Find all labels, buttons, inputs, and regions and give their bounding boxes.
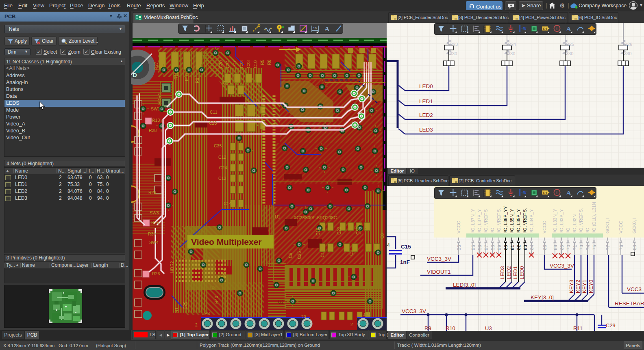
svg-text:R23: R23 xyxy=(450,42,458,47)
svg-text:LED2: LED2 xyxy=(419,112,433,118)
svg-text:LED0: LED0 xyxy=(519,266,525,279)
svg-text:4: 4 xyxy=(387,242,390,248)
svg-text:R24: R24 xyxy=(508,42,516,47)
svg-text:I/O, VREF 5,: I/O, VREF 5, xyxy=(579,208,583,233)
svg-text:I/O: I/O xyxy=(490,227,495,233)
svg-text:i: i xyxy=(556,190,557,195)
svg-text:C7: C7 xyxy=(232,60,237,66)
svg-text:I/O, L33P_Y: I/O, L33P_Y xyxy=(559,209,564,233)
svg-text:LED3: LED3 xyxy=(499,266,505,279)
svg-text:A: A xyxy=(324,25,330,33)
svg-text:R26: R26 xyxy=(152,271,160,276)
svg-text:R8: R8 xyxy=(267,59,272,65)
svg-text:KEY0: KEY0 xyxy=(588,280,594,293)
svg-text:C23: C23 xyxy=(246,60,251,68)
svg-text:330: 330 xyxy=(566,51,573,56)
svg-text:LED3: LED3 xyxy=(419,127,433,133)
svg-text:LED2: LED2 xyxy=(506,266,512,279)
svg-text:R9: R9 xyxy=(424,325,431,331)
svg-text:C1: C1 xyxy=(320,252,325,257)
svg-text:R26: R26 xyxy=(624,42,632,47)
svg-text:VCC3: VCC3 xyxy=(627,286,642,292)
svg-text:JP4: JP4 xyxy=(363,312,370,317)
svg-text:U1: U1 xyxy=(275,214,281,219)
svg-text:R39: R39 xyxy=(222,269,227,277)
svg-text:C29: C29 xyxy=(606,322,616,328)
svg-text:R29: R29 xyxy=(148,190,156,195)
svg-text:KEY3: KEY3 xyxy=(568,280,574,293)
svg-text:GCK1, I: GCK1, I xyxy=(605,218,610,233)
svg-text:C19: C19 xyxy=(223,80,231,85)
svg-text:A: A xyxy=(566,25,571,33)
svg-text:KEY[3..0]: KEY[3..0] xyxy=(531,294,554,300)
svg-text:C36: C36 xyxy=(355,227,360,235)
svg-text:I/O, L37P_Y: I/O, L37P_Y xyxy=(477,209,482,233)
svg-text:U3: U3 xyxy=(485,325,492,331)
svg-text:Video Multiplexer: Video Multiplexer xyxy=(191,237,262,246)
svg-text:R1: R1 xyxy=(174,307,179,313)
svg-text:HDR2: HDR2 xyxy=(170,261,174,273)
svg-text:RESETBAR: RESETBAR xyxy=(615,300,644,307)
svg-text:C33: C33 xyxy=(239,60,244,68)
svg-text:VCC3_3V: VCC3_3V xyxy=(550,263,574,269)
svg-text:C11: C11 xyxy=(210,110,218,115)
svg-text:-III: -III xyxy=(522,190,527,194)
svg-text:R40: R40 xyxy=(214,296,219,304)
svg-text:i: i xyxy=(556,26,557,31)
svg-text:C6: C6 xyxy=(288,253,293,258)
svg-text:VCCO: VCCO xyxy=(542,220,547,233)
svg-text:2: 2 xyxy=(195,322,198,327)
svg-text:I/O, L36P_YY: I/O, L36P_YY xyxy=(503,206,508,233)
svg-text:C22: C22 xyxy=(337,227,342,235)
svg-text:I/O, L34P_Y: I/O, L34P_Y xyxy=(529,209,534,233)
svg-text:LED1: LED1 xyxy=(512,266,518,279)
svg-text:A: A xyxy=(566,189,571,197)
svg-text:HDR4: HDR4 xyxy=(157,93,162,105)
svg-text:I/O: I/O xyxy=(585,227,590,233)
svg-text:C14: C14 xyxy=(224,201,231,206)
svg-text:VCC3_3V: VCC3_3V xyxy=(427,256,451,262)
svg-text:R11: R11 xyxy=(573,325,583,331)
svg-text:C28: C28 xyxy=(209,121,217,125)
svg-text:KEY1: KEY1 xyxy=(581,280,587,293)
svg-text:I/O, VREF 5,: I/O, VREF 5, xyxy=(496,208,501,233)
svg-text:R10: R10 xyxy=(446,325,455,331)
svg-text:R25: R25 xyxy=(151,220,159,225)
svg-text:VCCO: VCCO xyxy=(618,220,623,233)
svg-text:R10: R10 xyxy=(184,73,189,81)
svg-text:R28: R28 xyxy=(149,128,157,133)
svg-text:C24: C24 xyxy=(219,165,227,170)
svg-text:C10: C10 xyxy=(253,60,258,68)
svg-text:D: D xyxy=(133,71,137,78)
svg-text:I/O, L35P_Y: I/O, L35P_Y xyxy=(516,209,521,233)
svg-text:I/O (DLL), L31N: I/O (DLL), L31N xyxy=(592,202,596,233)
svg-text:20: 20 xyxy=(301,314,306,319)
svg-text:SW3: SW3 xyxy=(150,210,159,215)
svg-text:C18: C18 xyxy=(315,228,320,235)
svg-text:C35: C35 xyxy=(214,143,222,148)
svg-text:I/O: I/O xyxy=(566,227,570,233)
svg-text:R5: R5 xyxy=(260,59,265,65)
svg-text:C15: C15 xyxy=(401,244,411,250)
svg-text:I/O, L33N_Y: I/O, L33N_Y xyxy=(553,209,557,233)
svg-text:C8: C8 xyxy=(380,233,385,239)
svg-text:-III: -III xyxy=(522,26,527,30)
svg-text:I/O, L35N_Y: I/O, L35N_Y xyxy=(509,209,514,233)
svg-text:R9: R9 xyxy=(195,78,200,83)
svg-text:LED0: LED0 xyxy=(419,83,433,89)
svg-text:C29: C29 xyxy=(183,302,187,309)
svg-text:C13: C13 xyxy=(218,176,226,181)
svg-text:I/O, L32N: I/O, L32N xyxy=(572,214,577,233)
svg-text:R25: R25 xyxy=(566,42,574,47)
svg-text:LED1: LED1 xyxy=(419,98,433,104)
svg-text:LED[3..0]: LED[3..0] xyxy=(453,282,476,288)
svg-text:D1: D1 xyxy=(543,191,548,195)
svg-text:SW4: SW4 xyxy=(149,240,159,245)
svg-text:GCK0, I: GCK0, I xyxy=(632,218,637,233)
svg-text:10: 10 xyxy=(313,26,317,30)
svg-text:XC2S300E-6PQ208C: XC2S300E-6PQ208C xyxy=(294,215,337,220)
svg-text:2: 2 xyxy=(350,322,353,327)
svg-text:C34: C34 xyxy=(225,60,230,68)
svg-text:R27: R27 xyxy=(154,62,159,70)
svg-text:JP3: JP3 xyxy=(202,311,210,316)
